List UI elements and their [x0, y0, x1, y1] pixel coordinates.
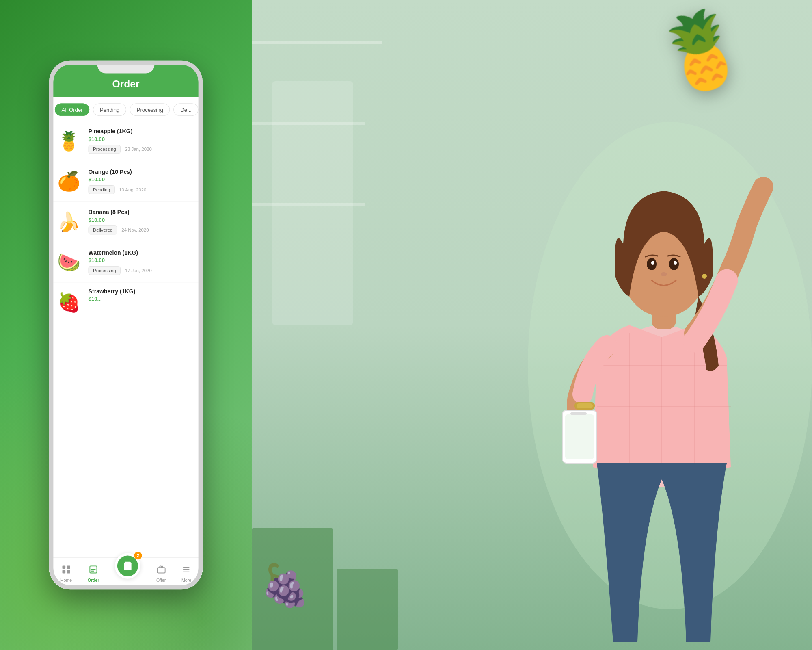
order-name: Pineapple (1KG) — [89, 128, 197, 135]
order-image-orange: 🍊 — [55, 167, 83, 195]
order-price: $10.00 — [89, 136, 197, 142]
order-name: Watermelon (1KG) — [89, 249, 197, 256]
woman-figure — [487, 81, 812, 650]
tab-all-order[interactable]: All Order — [55, 103, 90, 116]
order-info-strawberry: Strawberry (1KG) $10... — [89, 288, 197, 304]
svg-point-16 — [651, 261, 654, 265]
order-info-banana: Banana (8 Pcs) $10.00 Delivered 24 Nov, … — [89, 209, 197, 234]
nav-item-offer[interactable]: Offer — [156, 565, 166, 583]
filter-tabs: All Order Pending Processing De... — [49, 97, 203, 121]
order-item-orange[interactable]: 🍊 Orange (10 Pcs) $10.00 Pending 10 Aug,… — [49, 161, 203, 202]
order-meta: Pending 10 Aug, 2020 — [89, 185, 197, 194]
home-icon — [62, 565, 71, 576]
store-background: 🍍 — [252, 0, 812, 650]
nav-label-more: More — [181, 578, 191, 583]
nav-label-home: Home — [60, 578, 72, 583]
bottom-nav: Home Order — [49, 557, 203, 589]
svg-rect-22 — [570, 412, 587, 415]
order-info-watermelon: Watermelon (1KG) $10.00 Processing 17 Ju… — [89, 249, 197, 275]
order-price: $10.00 — [89, 257, 197, 263]
order-item-strawberry[interactable]: 🍓 Strawberry (1KG) $10... — [49, 282, 203, 316]
nav-label-offer: Offer — [156, 578, 166, 583]
order-item-banana[interactable]: 🍌 Banana (8 Pcs) $10.00 Delivered 24 Nov… — [49, 202, 203, 242]
status-badge-processing: Processing — [89, 145, 121, 154]
order-item-pineapple[interactable]: 🍍 Pineapple (1KG) $10.00 Processing 23 J… — [49, 121, 203, 161]
tab-delivered[interactable]: De... — [173, 103, 198, 116]
order-price: $10.00 — [89, 217, 197, 223]
order-date: 17 Jun, 2020 — [125, 268, 152, 273]
order-name: Orange (10 Pcs) — [89, 169, 197, 175]
order-meta: Processing 17 Jun, 2020 — [89, 266, 197, 275]
phone-notch — [97, 61, 155, 74]
order-date: 10 Aug, 2020 — [119, 187, 146, 192]
svg-rect-24 — [577, 403, 593, 408]
order-meta: Delivered 24 Nov, 2020 — [89, 225, 197, 234]
left-panel: Order All Order Pending Processing De...… — [0, 0, 252, 650]
tab-processing[interactable]: Processing — [130, 103, 170, 116]
svg-point-18 — [661, 272, 667, 276]
status-badge-delivered: Delivered — [89, 225, 117, 234]
tab-pending[interactable]: Pending — [93, 103, 126, 116]
order-list: 🍍 Pineapple (1KG) $10.00 Processing 23 J… — [49, 121, 203, 557]
order-info-orange: Orange (10 Pcs) $10.00 Pending 10 Aug, 2… — [89, 169, 197, 194]
order-image-pineapple: 🍍 — [55, 127, 83, 155]
app-title: Order — [56, 78, 195, 90]
more-icon — [182, 565, 191, 576]
order-image-banana: 🍌 — [55, 207, 83, 236]
svg-rect-2 — [62, 570, 65, 573]
svg-point-17 — [674, 261, 677, 265]
order-date: 23 Jan, 2020 — [125, 146, 152, 152]
order-icon — [89, 565, 98, 576]
nav-item-more[interactable]: More — [181, 565, 191, 583]
order-name: Banana (8 Pcs) — [89, 209, 197, 215]
offer-icon — [156, 565, 166, 576]
nav-label-order: Order — [88, 578, 99, 583]
cart-badge: 2 — [134, 551, 142, 559]
order-info-pineapple: Pineapple (1KG) $10.00 Processing 23 Jan… — [89, 128, 197, 154]
status-badge-pending: Pending — [89, 185, 115, 194]
svg-rect-3 — [67, 570, 70, 573]
status-badge-processing2: Processing — [89, 266, 121, 275]
nav-item-order[interactable]: Order — [88, 565, 99, 583]
order-name: Strawberry (1KG) — [89, 288, 197, 295]
nav-item-cart[interactable]: 2 — [115, 553, 140, 580]
order-image-strawberry: 🍓 — [55, 288, 83, 316]
order-image-watermelon: 🍉 — [55, 248, 83, 276]
order-meta: Processing 23 Jan, 2020 — [89, 145, 197, 154]
svg-point-25 — [702, 274, 707, 279]
phone-mockup: Order All Order Pending Processing De...… — [49, 61, 203, 589]
svg-rect-0 — [62, 566, 65, 569]
right-panel: 🍍 — [252, 0, 812, 650]
svg-rect-21 — [565, 414, 594, 459]
cart-circle: 2 — [115, 553, 140, 578]
svg-rect-1 — [67, 566, 70, 569]
order-date: 24 Nov, 2020 — [121, 227, 149, 232]
nav-item-home[interactable]: Home — [60, 565, 72, 583]
order-item-watermelon[interactable]: 🍉 Watermelon (1KG) $10.00 Processing 17 … — [49, 242, 203, 282]
order-price: $10... — [89, 296, 197, 302]
order-price: $10.00 — [89, 176, 197, 182]
svg-rect-6 — [157, 568, 165, 573]
